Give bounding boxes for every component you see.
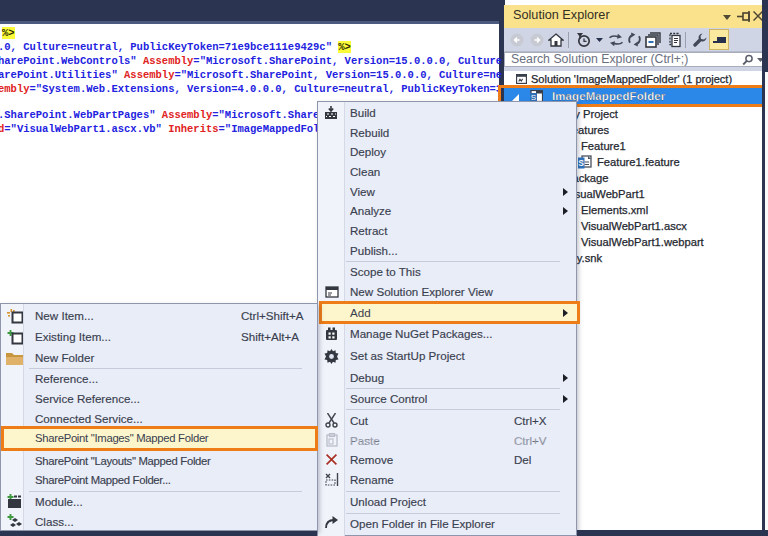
svg-text:S: S xyxy=(578,158,584,168)
